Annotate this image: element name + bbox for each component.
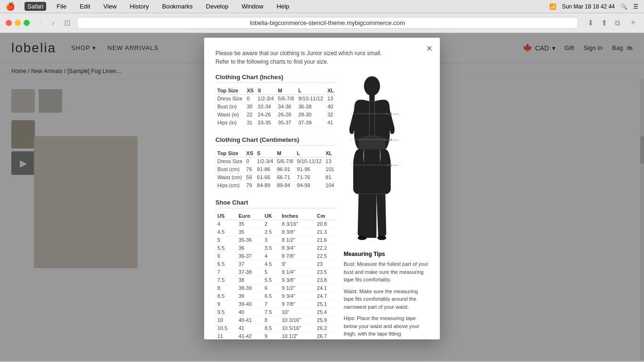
maximize-window-btn[interactable]: [24, 20, 30, 26]
svg-rect-3: [364, 149, 380, 194]
table-row: 636-3748 7/8"22.5: [215, 252, 336, 260]
col-shoe-cm: Cm: [315, 212, 336, 220]
svg-point-5: [358, 236, 367, 240]
table-row: Hips (in)3133-3535-3737-3941: [215, 119, 336, 127]
svg-text:Hip ----: Hip ----: [387, 163, 398, 167]
modal-tables: Clothing Chart (Inches) Top Size XS S M …: [215, 74, 336, 339]
download-btn[interactable]: ⬇: [586, 17, 595, 28]
table-row: 8.5396.59 3/4"24.7: [215, 292, 336, 300]
col-header-xl: XL: [325, 87, 336, 95]
body-silhouette-svg: Bust ---- Waist ---- Hip ----: [344, 74, 400, 243]
table-row: Dress Size01/2-3/45/6-7/89/10-11/1213: [215, 157, 336, 165]
col-header-topsize: Top Size: [215, 87, 245, 95]
menu-history[interactable]: History: [127, 2, 151, 11]
col-shoe-uk: UK: [263, 212, 280, 220]
menu-safari[interactable]: Safari: [25, 2, 46, 11]
waist-tip: Waist: Make sure the measuring tape fits…: [344, 288, 429, 311]
shoe-table: US Euro UK Inches Cm 43528 3/16"20.84.53…: [215, 212, 336, 339]
website: lobelia SHOP ▾ NEW ARRIVALS 🍁 CAD ▾ Gift…: [0, 33, 644, 361]
back-btn[interactable]: ‹: [37, 18, 45, 28]
browser-actions: ⬇ ⬆ ⧉: [586, 17, 622, 28]
modal-close-button[interactable]: ×: [426, 43, 432, 54]
col-header-m: M: [276, 87, 297, 95]
table-row: Hips (cm)7984-8989-9494-99104: [215, 181, 336, 189]
menu-help[interactable]: Help: [274, 2, 292, 11]
col-cm-xs: XS: [244, 149, 255, 157]
menu-bookmarks[interactable]: Bookmarks: [159, 2, 196, 11]
clothing-chart-cm: Clothing Chart (Centimeters) Top Size XS…: [215, 136, 336, 189]
svg-point-0: [364, 76, 380, 96]
table-row: Waist (in)2224-2626-2828-3032: [215, 111, 336, 119]
sidebar-toggle-btn[interactable]: ⊡: [61, 17, 73, 28]
table-row: 4.5352.58 3/8"21.3: [215, 228, 336, 236]
col-header-xs: XS: [245, 87, 256, 95]
svg-text:Waist ----: Waist ----: [383, 138, 398, 142]
browser-chrome: ‹ › ⊡ lobelia-bigcommerce-stencil-theme.…: [0, 13, 644, 33]
table-row: 10.5418.510 5/16"26.2: [215, 324, 336, 332]
col-cm-l: L: [295, 149, 324, 157]
minimize-window-btn[interactable]: [15, 20, 21, 26]
col-header-l: L: [297, 87, 326, 95]
shoe-chart: Shoe Chart US Euro UK Inches Cm: [215, 199, 336, 339]
close-window-btn[interactable]: [6, 20, 12, 26]
time-display: Sun Mar 18 18 42 44: [562, 3, 615, 10]
table-row: 7.5385.59 3/8"23.8: [215, 276, 336, 284]
modal-diagram: Bust ---- Waist ---- Hip ---- Measuring …: [344, 74, 429, 339]
table-row: Bust (in)3032-3434-3636-3840: [215, 103, 336, 111]
clothing-chart-cm-title: Clothing Chart (Centimeters): [215, 136, 336, 146]
table-row: 939-4079 7/8"25.1: [215, 300, 336, 308]
svg-point-6: [377, 236, 386, 240]
col-header-s: S: [256, 87, 276, 95]
table-row: 838-3969 1/2"24.1: [215, 284, 336, 292]
apple-menu[interactable]: 🍎: [6, 2, 15, 11]
table-row: Dress Size01/2-3/45/6-7/89/10-11/1213: [215, 95, 336, 103]
share-btn[interactable]: ⬆: [599, 17, 609, 28]
col-shoe-us: US: [215, 212, 237, 220]
menu-develop[interactable]: Develop: [203, 2, 231, 11]
address-bar[interactable]: lobelia-bigcommerce-stencil-theme.mybigc…: [77, 17, 578, 29]
table-row: 1141-42910 1/2"26.7: [215, 332, 336, 340]
table-row: Waist (cm)5661-6666-7171-7681: [215, 173, 336, 181]
col-cm-s: S: [255, 149, 275, 157]
hips-tip: Hips: Place the measuring tape below you…: [344, 314, 429, 339]
traffic-lights: [6, 20, 30, 26]
new-tab-btn[interactable]: +: [627, 17, 638, 29]
inches-table: Top Size XS S M L XL Dress Size01/2-3/45…: [215, 87, 336, 127]
table-row: Bust (cm)7681-8686-9191-96101: [215, 165, 336, 173]
table-row: 6.5374.59"23: [215, 260, 336, 268]
mac-menubar: 🍎 Safari File Edit View History Bookmark…: [0, 0, 644, 13]
col-shoe-inches: Inches: [280, 212, 315, 220]
svg-text:Bust ----: Bust ----: [385, 112, 398, 116]
modal-overlay[interactable]: × Please be aware that our clothing is J…: [0, 33, 644, 361]
bust-tip: Bust: Measure the fullest part of your b…: [344, 260, 429, 284]
size-chart-modal: × Please be aware that our clothing is J…: [204, 38, 440, 339]
menu-edit[interactable]: Edit: [77, 2, 93, 11]
menubar-right: 📶 Sun Mar 18 18 42 44 🔍 ☰: [549, 3, 638, 10]
col-cm-xl: XL: [324, 149, 336, 157]
measuring-tips: Measuring Tips Bust: Measure the fullest…: [344, 251, 429, 339]
table-row: 9.5407.510"25.4: [215, 308, 336, 316]
table-row: 737-3859 1/4"23.5: [215, 268, 336, 276]
menu-file[interactable]: File: [54, 2, 69, 11]
menu-view[interactable]: View: [100, 2, 119, 11]
col-cm-m: M: [275, 149, 295, 157]
new-window-btn[interactable]: ⧉: [613, 17, 622, 28]
clothing-chart-inches-title: Clothing Chart (Inches): [215, 74, 336, 83]
cm-table: Top Size XS S M L XL Dress Size01/2-3/45…: [215, 149, 336, 189]
modal-body: Clothing Chart (Inches) Top Size XS S M …: [215, 74, 429, 339]
wifi-icon: 📶: [549, 3, 556, 10]
col-cm-topsize: Top Size: [215, 149, 244, 157]
clothing-chart-inches: Clothing Chart (Inches) Top Size XS S M …: [215, 74, 336, 127]
svg-rect-4: [366, 194, 377, 238]
notification-icon[interactable]: ☰: [633, 3, 638, 10]
table-row: 535-3638 1/2"21.6: [215, 236, 336, 244]
modal-intro: Please be aware that our clothing is Jun…: [215, 49, 429, 66]
forward-btn[interactable]: ›: [49, 18, 57, 28]
shoe-chart-title: Shoe Chart: [215, 199, 336, 208]
table-row: 1040-41810 3/16"25.9: [215, 316, 336, 324]
measuring-tips-title: Measuring Tips: [344, 251, 429, 257]
search-icon[interactable]: 🔍: [620, 3, 627, 10]
col-shoe-euro: Euro: [237, 212, 263, 220]
svg-rect-1: [369, 95, 374, 101]
menu-window[interactable]: Window: [239, 2, 266, 11]
